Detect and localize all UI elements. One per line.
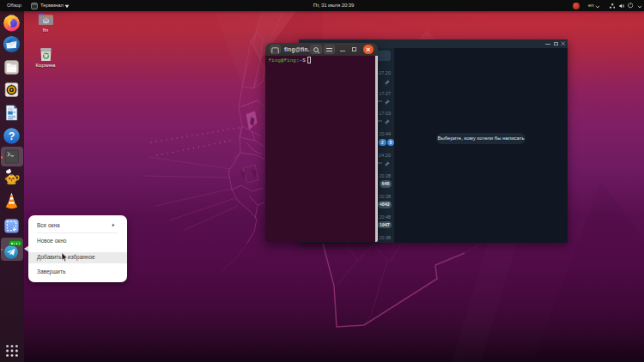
svg-text:?: ? (9, 130, 15, 142)
